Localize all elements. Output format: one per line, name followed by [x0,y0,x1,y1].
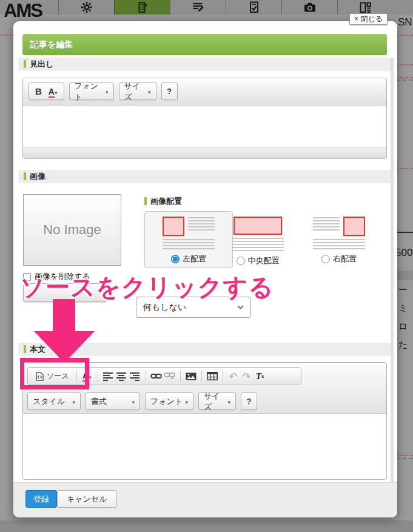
unlink-button[interactable] [163,369,176,383]
close-button[interactable]: × 閉じる [349,13,388,25]
placement-thumb-center [232,217,284,251]
section-bullet [24,345,26,353]
format-dropdown[interactable]: 書式 [86,392,140,410]
nav-tab-edit[interactable] [170,0,226,15]
thumb-image-box [343,217,365,236]
annotation-arrow-shaft [53,299,75,332]
size-dropdown[interactable]: サイズ [198,392,236,410]
body-toolbar-row2: スタイル 書式 フォント サイズ ? [27,392,386,410]
bold-color-group[interactable]: B A [29,82,64,100]
bg-dotted-line [397,168,413,169]
gear-icon [80,1,93,14]
bg-text-fragment: た [398,339,408,351]
chevron-down-icon [72,397,75,406]
chevron-down-icon [132,397,135,406]
top-nav [0,0,413,15]
bg-text-fragment: ー [398,285,408,296]
font-dropdown[interactable]: フォント [145,392,193,410]
section-heading: 見出し [18,58,393,71]
no-image-placeholder: No Image [23,194,121,266]
bg-dotted-line [0,35,13,36]
bg-text-sns: SN [398,16,412,29]
font-dropdown[interactable]: フォント [69,82,114,100]
nav-tab-media[interactable] [281,0,337,15]
camera-icon [303,1,317,14]
remove-format-button[interactable]: Tx [254,369,267,383]
chevron-down-icon [237,305,244,309]
nav-tab-articles[interactable] [114,0,170,15]
style-dropdown[interactable]: スタイル [27,392,81,410]
bg-bottom-bar [0,520,413,532]
annotation-highlight-box [20,358,89,389]
bg-dotted-line [397,64,413,66]
radio-right-placement[interactable] [321,255,330,263]
bold-button[interactable]: B [35,86,42,96]
chevron-down-icon [227,397,230,406]
image-button[interactable] [184,369,198,383]
chevron-down-icon [106,87,109,96]
bg-dotted-line [397,455,413,456]
nav-tab-settings[interactable] [58,0,114,15]
thumb-image-box [163,217,184,236]
edit-list-icon [192,1,205,14]
building-icon [136,1,149,14]
doc-check-icon [247,1,261,14]
section-bullet [24,172,26,180]
section-bullet [24,60,26,68]
placement-thumb-left [163,217,215,249]
size-dropdown[interactable]: サイズ [119,82,156,100]
placement-option-center[interactable]: 中央配置 [221,211,295,266]
placement-option-right[interactable]: 右配置 [303,211,375,264]
edit-article-modal: × 閉じる 記事を編集 見出し B A フォント サイズ ? 画像 No Ima… [13,21,397,517]
nav-tab-approve[interactable] [226,0,281,15]
redo-button[interactable]: ↷ [240,369,254,383]
bg-dotted-line [397,35,413,36]
bg-text-fragment: ロ [398,321,408,332]
modal-title: 記事を編集 [22,34,387,55]
bg-number: 500 [395,247,412,259]
bg-dashed-line [397,79,413,81]
placement-label: 画像配置 [144,196,182,207]
thumb-image-box [233,217,282,235]
align-right-button[interactable] [129,369,142,383]
align-left-button[interactable] [102,369,115,383]
modal-footer: 登録 キャンセル [13,482,397,517]
modal-scrollbar[interactable] [391,58,394,482]
submit-button[interactable]: 登録 [25,490,57,508]
text-color-button[interactable]: A [49,87,58,96]
layout-columns-icon [359,1,372,14]
align-center-button[interactable] [115,369,129,383]
table-button[interactable] [206,369,219,383]
chevron-down-icon [185,397,188,406]
heading-toolbar: B A フォント サイズ ? [23,78,386,106]
bg-dashed-line [397,458,413,459]
site-logo[interactable]: AMS [4,0,42,22]
help-button[interactable]: ? [241,392,257,410]
bg-dotted-line [397,77,413,78]
heading-edit-area[interactable] [23,106,386,147]
chevron-down-icon [89,371,92,382]
radio-left-placement[interactable] [171,255,180,263]
radio-center-placement[interactable] [237,257,245,265]
undo-button[interactable]: ↶ [227,369,240,383]
nav-tab-layout[interactable] [337,0,393,15]
radio-label[interactable]: 右配置 [333,254,357,264]
radio-label[interactable]: 左配置 [183,254,206,264]
heading-editor: B A フォント サイズ ? [22,78,387,159]
cancel-button[interactable]: キャンセル [57,490,117,508]
bg-divider-line [397,232,413,233]
section-image: 画像 [18,170,393,183]
heading-editor-footer [23,147,386,158]
bg-section-band [397,271,413,280]
placement-option-left[interactable]: 左配置 [144,211,233,268]
chevron-down-icon [148,87,151,96]
chevron-down-icon [55,87,58,96]
placement-thumb-right [313,217,365,249]
radio-label[interactable]: 中央配置 [248,255,280,266]
body-edit-area[interactable] [23,414,386,479]
help-button[interactable]: ? [161,82,178,100]
link-button[interactable] [150,369,163,383]
bg-text-fragment: ミ [398,303,408,314]
section-bullet [144,197,147,205]
